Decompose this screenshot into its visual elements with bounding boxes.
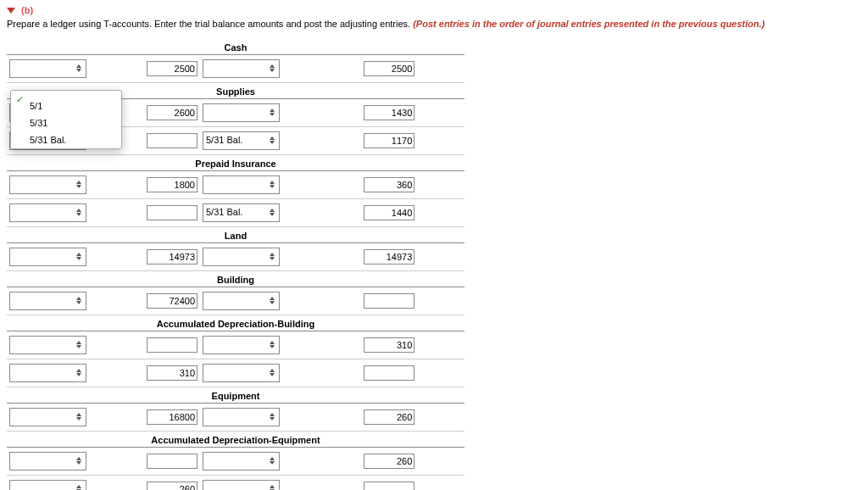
- select-input[interactable]: [203, 59, 280, 78]
- select-input[interactable]: [203, 292, 280, 310]
- updown-icon: [267, 294, 277, 306]
- updown-icon: [74, 410, 84, 422]
- dropdown-item-label: 5/31: [30, 118, 47, 128]
- instruction-text: Prepare a ledger using T-accounts. Enter…: [7, 19, 868, 29]
- triangle-down-icon: [7, 8, 15, 14]
- amount-input[interactable]: [147, 293, 198, 309]
- select-input[interactable]: [203, 408, 280, 426]
- updown-icon: [74, 454, 84, 466]
- amount-input[interactable]: [364, 482, 415, 490]
- amount-input[interactable]: [364, 133, 415, 148]
- select-input[interactable]: [203, 103, 280, 122]
- select-input[interactable]: [203, 336, 280, 354]
- date-select-dropdown[interactable]: ✓ 5/1 5/31 5/31 Bal.: [10, 90, 122, 149]
- select-input[interactable]: [203, 452, 280, 471]
- updown-icon: [74, 178, 84, 190]
- account-header: Prepaid Insurance: [7, 155, 465, 171]
- dropdown-item[interactable]: 5/31 Bal.: [11, 131, 121, 148]
- select-input[interactable]: [203, 175, 280, 194]
- amount-input[interactable]: [147, 409, 198, 425]
- account-header: Equipment: [7, 387, 465, 404]
- amount-input[interactable]: [364, 293, 415, 309]
- amount-input[interactable]: [364, 249, 415, 264]
- amount-input[interactable]: [147, 133, 198, 148]
- amount-input[interactable]: [364, 61, 415, 76]
- select-input[interactable]: [203, 248, 280, 266]
- account-header: Accumulated Depreciation-Building: [7, 315, 465, 331]
- amount-input[interactable]: [364, 409, 415, 425]
- updown-icon: [267, 366, 277, 378]
- amount-input[interactable]: [364, 177, 415, 192]
- updown-icon: [267, 482, 277, 490]
- updown-icon: [267, 106, 277, 118]
- updown-icon: [74, 338, 84, 350]
- instruction-plain: Prepare a ledger using T-accounts. Enter…: [7, 19, 413, 29]
- select-input[interactable]: [9, 408, 86, 426]
- select-input[interactable]: 5/31 Bal.: [203, 203, 280, 222]
- amount-input[interactable]: [147, 249, 198, 264]
- amount-input[interactable]: [147, 337, 198, 353]
- account-header: Cash: [7, 39, 465, 55]
- dropdown-item[interactable]: 5/1: [11, 97, 121, 114]
- select-input[interactable]: [9, 59, 86, 78]
- instruction-emph: (Post entries in the order of journal en…: [413, 19, 765, 29]
- updown-icon: [267, 454, 277, 466]
- updown-icon: [267, 338, 277, 350]
- select-input[interactable]: [203, 364, 280, 382]
- updown-icon: [74, 366, 84, 378]
- amount-input[interactable]: [364, 337, 415, 353]
- select-input[interactable]: [203, 480, 280, 490]
- section-label-text: (b): [21, 5, 33, 15]
- select-input[interactable]: [9, 203, 86, 222]
- select-input[interactable]: [9, 175, 86, 194]
- amount-input[interactable]: [147, 177, 198, 192]
- select-input[interactable]: [9, 336, 86, 354]
- select-input[interactable]: [9, 364, 86, 382]
- amount-input[interactable]: [364, 205, 415, 220]
- amount-input[interactable]: [147, 482, 198, 490]
- dropdown-item-label: 5/31 Bal.: [30, 135, 66, 145]
- updown-icon: [74, 62, 84, 74]
- updown-icon: [267, 178, 277, 190]
- select-input[interactable]: [9, 452, 86, 471]
- amount-input[interactable]: [364, 454, 415, 469]
- updown-icon: [267, 250, 277, 262]
- account-header: Accumulated Depreciation-Equipment: [7, 432, 465, 448]
- amount-input[interactable]: [147, 454, 198, 469]
- amount-input[interactable]: [147, 205, 198, 220]
- updown-icon: [267, 206, 277, 218]
- amount-input[interactable]: [147, 365, 198, 381]
- account-header: Land: [7, 227, 465, 243]
- dropdown-item[interactable]: 5/31: [11, 114, 121, 131]
- dropdown-item-blank[interactable]: ✓: [11, 91, 121, 97]
- updown-icon: [74, 206, 84, 218]
- amount-input[interactable]: [147, 105, 198, 120]
- select-input[interactable]: [9, 248, 86, 266]
- section-label: (b): [7, 5, 868, 15]
- select-input[interactable]: [9, 480, 86, 490]
- updown-icon: [74, 482, 84, 490]
- amount-input[interactable]: [364, 365, 415, 381]
- updown-icon: [267, 134, 277, 146]
- updown-icon: [74, 250, 84, 262]
- updown-icon: [74, 294, 84, 306]
- dropdown-item-label: 5/1: [30, 101, 42, 111]
- select-input[interactable]: 5/31 Bal.: [203, 131, 280, 150]
- amount-input[interactable]: [364, 105, 415, 120]
- updown-icon: [267, 410, 277, 422]
- updown-icon: [267, 62, 277, 74]
- select-input[interactable]: [9, 292, 86, 310]
- amount-input[interactable]: [147, 61, 198, 76]
- account-header: Building: [7, 271, 465, 287]
